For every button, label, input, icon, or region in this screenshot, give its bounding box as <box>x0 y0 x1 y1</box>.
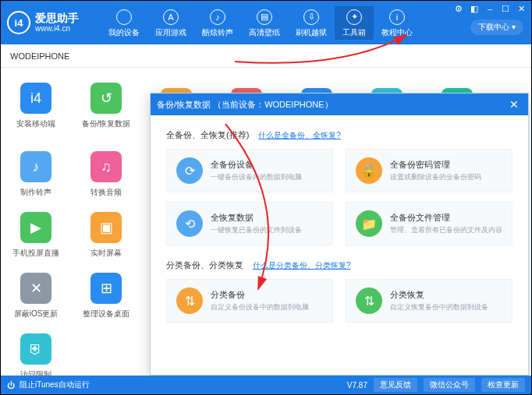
app-title: 爱思助手 <box>35 12 79 24</box>
app-url: www.i4.cn <box>35 24 79 33</box>
tool-label: 手机投屏直播 <box>12 248 59 259</box>
nav-label: 工具箱 <box>342 27 366 38</box>
tool-label: 制作铃声 <box>20 187 51 198</box>
card-title: 全备份文件管理 <box>390 212 502 224</box>
tool-block-ios-update[interactable]: ✕ 屏蔽iOS更新 <box>1 266 71 326</box>
bell-icon: ♪ <box>210 9 225 25</box>
header-bar: i4 爱思助手 www.i4.cn 我的设备 A 应用游戏 ♪ 酷炫铃声 ▤ 高… <box>1 1 531 44</box>
feedback-button[interactable]: 意见反馈 <box>374 378 417 392</box>
device-tab-row: WODEIPHONE <box>1 44 531 68</box>
nav-wallpapers[interactable]: ▤ 高清壁纸 <box>241 6 288 40</box>
nav-label: 刷机越狱 <box>296 27 327 38</box>
power-icon: ⏻ <box>7 381 15 390</box>
card-subtitle: 一键备份设备内的数据到电脑 <box>211 172 302 182</box>
backup-restore-dialog: 备份/恢复数据 （当前设备：WODEIPHONE） ✕ 全备份、全恢复(推荐) … <box>150 93 529 376</box>
card-title: 分类恢复 <box>390 289 488 301</box>
check-update-button[interactable]: 检查更新 <box>481 378 525 392</box>
card-full-restore[interactable]: ⟲ 全恢复数据 一键恢复已备份的文件到设备 <box>166 202 333 245</box>
settings-icon[interactable]: ⚙ <box>453 4 464 13</box>
restore-icon: ⟲ <box>176 210 203 237</box>
shield-icon: ⛨ <box>20 333 51 365</box>
play-icon: ▶ <box>20 212 51 243</box>
maximize-button[interactable]: ☐ <box>500 4 511 13</box>
card-subtitle: 一键恢复已备份的文件到设备 <box>211 225 302 235</box>
card-category-restore[interactable]: ⇅ 分类恢复 自定义恢复备份中的数据到设备 <box>346 279 512 323</box>
card-subtitle: 设置或删除设备的全备份密码 <box>390 172 481 182</box>
app-window: i4 爱思助手 www.i4.cn 我的设备 A 应用游戏 ♪ 酷炫铃声 ▤ 高… <box>0 0 532 395</box>
minimize-button[interactable]: – <box>484 4 495 13</box>
music-icon: ♫ <box>90 151 122 182</box>
bell-icon: ♪ <box>20 151 51 182</box>
tool-backup-restore[interactable]: ↺ 备份/恢复数据 <box>71 76 141 136</box>
tool-screencast[interactable]: ▶ 手机投屏直播 <box>1 205 71 266</box>
nav-tutorials[interactable]: i 教程中心 <box>374 6 420 40</box>
download-icon: ⇩ <box>303 9 319 25</box>
tool-install-mobile[interactable]: i4 安装移动端 <box>1 76 71 136</box>
dialog-body: 全备份、全恢复(推荐) 什么是全备份、全恢复? ⟳ 全备份设备 一键备份设备内的… <box>151 115 528 375</box>
status-right: V7.87 意见反馈 微信公众号 检查更新 <box>347 378 525 392</box>
card-backup-password[interactable]: 🔒 全备份密码管理 设置或删除设备的全备份密码 <box>346 149 512 192</box>
lock-icon: 🔒 <box>356 157 382 184</box>
app-icon: A <box>163 9 179 25</box>
block-icon: ✕ <box>20 273 51 304</box>
card-title: 全备份密码管理 <box>390 159 481 171</box>
apple-icon <box>116 9 132 25</box>
section-category-header: 分类备份、分类恢复 什么是分类备份、分类恢复? <box>166 259 512 271</box>
nav-label: 应用游戏 <box>155 27 186 38</box>
skin-icon[interactable]: ◧ <box>469 4 480 13</box>
info-icon: i <box>389 9 405 25</box>
logo-block: i4 爱思助手 www.i4.cn <box>7 11 101 34</box>
nav-ringtones[interactable]: ♪ 酷炫铃声 <box>194 6 241 40</box>
status-left-label: 阻止iTunes自动运行 <box>20 379 90 390</box>
image-icon: ▤ <box>257 9 272 25</box>
nav-label: 酷炫铃声 <box>202 27 233 38</box>
section-label: 分类备份、分类恢复 <box>166 259 243 271</box>
tool-label: 安装移动端 <box>16 118 55 129</box>
tool-label: 备份/恢复数据 <box>82 118 131 129</box>
nav-label: 我的设备 <box>108 27 140 38</box>
logo-text: 爱思助手 www.i4.cn <box>35 12 79 33</box>
tool-label: 转换音频 <box>90 187 122 198</box>
card-row-2: ⟲ 全恢复数据 一键恢复已备份的文件到设备 📁 全备份文件管理 管理、查看所有已… <box>166 202 512 245</box>
nav-flash[interactable]: ⇩ 刷机越狱 <box>288 6 335 40</box>
nav-label: 高清壁纸 <box>249 27 280 38</box>
status-bar: ⏻ 阻止iTunes自动运行 V7.87 意见反馈 微信公众号 检查更新 <box>1 376 531 394</box>
card-category-backup[interactable]: ⇅ 分类备份 自定义备份设备中的数据到电脑 <box>166 279 333 323</box>
logo-icon: i4 <box>7 11 30 34</box>
folder-icon: 📁 <box>356 210 382 237</box>
tools-icon: ✦ <box>346 9 362 25</box>
card-subtitle: 自定义恢复备份中的数据到设备 <box>390 302 488 312</box>
wechat-button[interactable]: 微信公众号 <box>424 378 475 392</box>
nav-apps[interactable]: A 应用游戏 <box>147 6 194 40</box>
card-full-backup-device[interactable]: ⟳ 全备份设备 一键备份设备内的数据到电脑 <box>166 149 333 192</box>
download-center-button[interactable]: 下载中心 ▾ <box>470 19 523 35</box>
tool-realtime-screen[interactable]: ▣ 实时屏幕 <box>71 205 141 266</box>
tool-column-left: ♪ 制作铃声 ♫ 转换音频 ▶ 手机投屏直播 ▣ 实时屏幕 ✕ 屏蔽iOS更新 … <box>1 136 141 387</box>
dialog-close-button[interactable]: ✕ <box>506 97 522 112</box>
device-tab[interactable]: WODEIPHONE <box>10 51 69 61</box>
card-subtitle: 管理、查看所有已备份的文件及内容 <box>390 225 502 235</box>
dialog-title-text: 备份/恢复数据 （当前设备：WODEIPHONE） <box>157 99 333 111</box>
close-button[interactable]: ✕ <box>516 4 527 13</box>
section-full-header: 全备份、全恢复(推荐) 什么是全备份、全恢复? <box>166 129 512 141</box>
status-left[interactable]: ⏻ 阻止iTunes自动运行 <box>7 379 90 390</box>
card-title: 全备份设备 <box>211 159 302 171</box>
tool-organize-desktop[interactable]: ⊞ 整理设备桌面 <box>71 266 141 326</box>
nav-my-device[interactable]: 我的设备 <box>101 6 147 40</box>
tool-label: 实时屏幕 <box>90 248 122 259</box>
i4-icon: i4 <box>20 83 51 114</box>
nav-toolbox[interactable]: ✦ 工具箱 <box>335 6 374 40</box>
version-label: V7.87 <box>347 381 367 390</box>
tool-label: 整理设备桌面 <box>83 309 129 319</box>
section-help-link[interactable]: 什么是全备份、全恢复? <box>258 130 341 141</box>
tool-convert-audio[interactable]: ♫ 转换音频 <box>71 144 141 205</box>
tool-label: 屏蔽iOS更新 <box>14 309 59 319</box>
card-row-1: ⟳ 全备份设备 一键备份设备内的数据到电脑 🔒 全备份密码管理 设置或删除设备的… <box>166 149 512 192</box>
card-backup-file-mgmt[interactable]: 📁 全备份文件管理 管理、查看所有已备份的文件及内容 <box>346 202 512 245</box>
section-help-link[interactable]: 什么是分类备份、分类恢复? <box>253 260 351 271</box>
dialog-titlebar: 备份/恢复数据 （当前设备：WODEIPHONE） ✕ <box>151 93 528 115</box>
nav-label: 教程中心 <box>381 27 413 38</box>
refresh-icon: ⟳ <box>176 157 203 184</box>
transfer-icon: ⇅ <box>176 287 203 314</box>
tool-make-ringtone[interactable]: ♪ 制作铃声 <box>1 144 71 205</box>
